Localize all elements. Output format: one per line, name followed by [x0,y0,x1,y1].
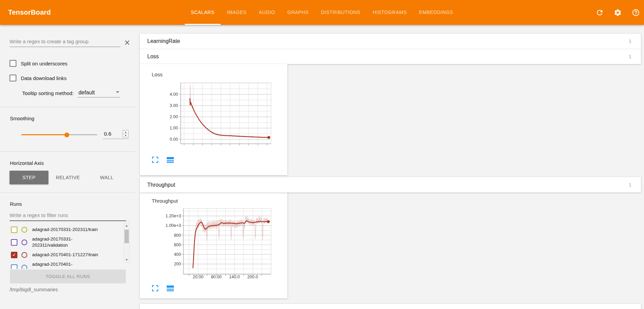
scroll-up-icon[interactable]: ▲ [124,223,129,228]
data-options-icon[interactable] [167,285,174,291]
data-download-links-checkbox[interactable]: Data download links [10,75,136,81]
runs-filter-input[interactable] [10,212,126,221]
run-checkbox[interactable]: ✓ [11,252,17,258]
tab-graphs[interactable]: GRAPHS [281,0,315,25]
run-label: adagrad-20170331-202311/validation [32,236,106,248]
main-content: LearningRate 1 Loss 1 Loss 0.001.002.003… [136,25,644,309]
run-checkbox[interactable] [11,239,17,246]
smoothing-slider[interactable] [21,132,97,137]
data-options-icon[interactable] [167,157,174,163]
sidebar: Split on underscores Data download links… [0,25,136,309]
run-row[interactable]: adagrad-20170331-202311/train [11,225,117,235]
runs-filter-row [10,212,126,221]
smoothing-row: 0.6 ▲▼ [21,130,136,139]
top-app-bar: TensorBoard SCALARS IMAGES AUDIO GRAPHS … [0,0,644,25]
svg-text:4.00: 4.00 [170,92,178,97]
relative-button[interactable]: RELATIVE [48,171,87,184]
svg-text:2.00: 2.00 [170,114,178,119]
run-color-circle [21,227,27,233]
run-label: adagrad-20170331-202311/train [32,227,106,233]
next-section-header-partial[interactable] [140,304,641,309]
tab-scalars[interactable]: SCALARS [185,0,221,25]
svg-text:400: 400 [174,252,181,257]
svg-text:600: 600 [174,243,181,247]
divider [0,192,136,193]
toolbar-icons [596,9,640,17]
svg-text:1.00: 1.00 [170,126,178,130]
svg-text:1.20e+3: 1.20e+3 [165,214,181,218]
tab-images[interactable]: IMAGES [221,0,253,25]
run-color-circle [21,252,27,258]
split-underscores-checkbox[interactable]: Split on underscores [10,60,136,67]
throughput-chart[interactable]: 2004006008001.00e+31.20e+320.0080.00140.… [140,192,287,298]
category-headers-group: LearningRate 1 Loss 1 [140,34,641,64]
tab-audio[interactable]: AUDIO [253,0,281,25]
checkbox-label: Split on underscores [21,61,68,66]
chart-actions [152,157,174,163]
wall-button[interactable]: WALL [87,171,126,184]
divider [0,151,136,152]
run-row[interactable]: adagrad-20170401-171227/validation [11,261,117,269]
section-title: Throughput [147,182,175,188]
runs-scrollbar[interactable]: ▲ ▼ [124,222,130,263]
checkbox-icon [10,75,16,81]
smoothing-label: Smoothing [10,115,136,121]
run-color-circle [21,265,27,269]
log-directory-path: /tmp/bigdl_summaries [10,287,136,292]
checkbox-icon [10,60,16,67]
tag-filter-input[interactable] [10,38,120,47]
horizontal-axis-label: Horizontal Axis [10,160,136,166]
section-title: Loss [147,53,159,60]
horizontal-axis-buttons: STEP RELATIVE WALL [10,171,126,184]
run-color-circle [21,240,27,245]
stepper-icon[interactable]: ▲▼ [123,130,129,137]
chart-count-badge: 1 [629,182,631,188]
tooltip-sort-select[interactable]: default [78,90,120,97]
tab-distributions[interactable]: DISTRIBUTIONS [315,0,366,25]
fullscreen-icon[interactable] [152,157,158,163]
divider [0,107,136,107]
scroll-down-icon[interactable]: ▼ [124,257,129,262]
chart-count-badge: 1 [629,38,631,44]
runs-list-container: adagrad-20170331-202311/trainadagrad-201… [10,221,131,269]
svg-text:200: 200 [174,262,181,266]
run-label: adagrad-20170401-171227/train [32,252,106,258]
throughput-chart-card: Throughput 2004006008001.00e+31.20e+320.… [140,192,287,298]
checkbox-label: Data download links [21,75,66,81]
settings-gear-icon[interactable] [614,9,622,17]
tab-embeddings[interactable]: EMBEDDINGS [413,0,459,25]
chart-actions [152,285,174,291]
tag-filter-row [10,38,131,47]
slider-knob[interactable] [64,133,69,137]
chevron-down-icon [116,91,119,93]
fullscreen-icon[interactable] [152,285,158,291]
section-title: LearningRate [147,38,180,44]
svg-text:3.00: 3.00 [170,103,178,108]
tooltip-sorting-label: Tooltip sorting method: [22,90,74,97]
run-checkbox[interactable] [11,227,17,233]
refresh-icon[interactable] [596,9,604,17]
tooltip-sort-value: default [78,90,95,96]
loss-chart-card: Loss 0.001.002.003.004.00 [140,64,287,175]
smoothing-value-input[interactable]: 0.6 ▲▼ [103,130,129,139]
tab-bar: SCALARS IMAGES AUDIO GRAPHS DISTRIBUTION… [185,0,460,25]
run-checkbox[interactable] [11,264,17,269]
section-header-loss[interactable]: Loss 1 [140,49,641,64]
run-label: adagrad-20170401-171227/validation [32,261,106,269]
step-button[interactable]: STEP [10,171,48,184]
tooltip-sorting-row: Tooltip sorting method: default [22,90,136,97]
scrollbar-thumb[interactable] [124,230,129,243]
tab-histograms[interactable]: HISTOGRAMS [366,0,413,25]
run-row[interactable]: ✓adagrad-20170401-171227/train [11,250,117,260]
slider-fill [21,134,67,135]
smoothing-value: 0.6 [104,131,111,137]
section-header-throughput[interactable]: Throughput 1 [140,177,641,192]
help-icon[interactable] [632,9,640,17]
runs-label: Runs [10,201,136,207]
run-row[interactable]: adagrad-20170331-202311/validation [11,236,117,248]
section-header-learningrate[interactable]: LearningRate 1 [140,34,641,49]
runs-list: adagrad-20170331-202311/trainadagrad-201… [10,221,131,269]
svg-text:1.00e+3: 1.00e+3 [165,223,181,228]
close-icon[interactable] [123,39,131,46]
toggle-all-runs-button[interactable]: TOGGLE ALL RUNS [10,269,126,283]
